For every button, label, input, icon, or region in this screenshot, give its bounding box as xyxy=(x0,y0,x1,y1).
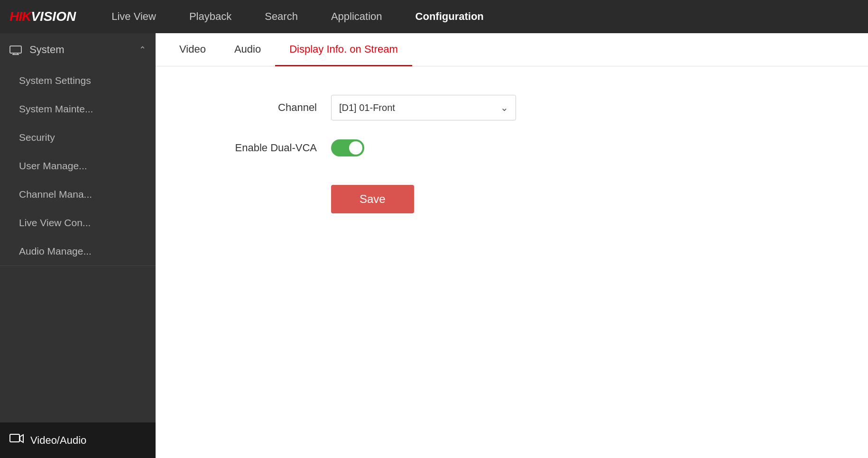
content-area: Video Audio Display Info. on Stream Chan… xyxy=(156,33,868,458)
chevron-up-icon: ⌃ xyxy=(139,45,146,55)
dual-vca-toggle[interactable] xyxy=(331,139,364,156)
top-navigation: HIKVISION Live View Playback Search Appl… xyxy=(0,0,868,33)
sidebar-item-channel-management[interactable]: Channel Mana... xyxy=(0,180,156,209)
nav-playback[interactable]: Playback xyxy=(173,0,248,33)
logo: HIKVISION xyxy=(9,9,76,24)
sidebar-item-system-maintenance[interactable]: System Mainte... xyxy=(0,95,156,123)
channel-select-wrapper: [D1] 01-Front [D2] 02-Rear [D3] 03-Left … xyxy=(331,95,516,120)
nav-search[interactable]: Search xyxy=(248,0,314,33)
svg-rect-4 xyxy=(10,434,19,442)
tab-display-info[interactable]: Display Info. on Stream xyxy=(275,33,412,66)
sidebar-content: System ⌃ System Settings System Mainte..… xyxy=(0,33,156,304)
sidebar-section-system: System ⌃ System Settings System Mainte..… xyxy=(0,33,156,266)
dual-vca-row: Enable Dual-VCA xyxy=(194,139,830,156)
toggle-track xyxy=(331,139,364,156)
sidebar-bottom-item-label: Video/Audio xyxy=(30,434,86,447)
logo-vision: VISION xyxy=(31,9,76,24)
nav-live-view[interactable]: Live View xyxy=(95,0,173,33)
sidebar-system-header[interactable]: System ⌃ xyxy=(0,33,156,66)
channel-select[interactable]: [D1] 01-Front [D2] 02-Rear [D3] 03-Left … xyxy=(331,95,516,120)
save-row: Save xyxy=(194,175,830,213)
tab-video[interactable]: Video xyxy=(165,33,220,66)
nav-links: Live View Playback Search Application Co… xyxy=(95,0,859,33)
monitor-icon xyxy=(9,46,22,55)
toggle-thumb xyxy=(349,141,362,155)
logo-hik: HIK xyxy=(9,9,31,24)
sidebar-item-video-audio[interactable]: Video/Audio xyxy=(0,422,156,458)
sidebar-item-security[interactable]: Security xyxy=(0,123,156,152)
main-layout: System ⌃ System Settings System Mainte..… xyxy=(0,33,868,458)
video-audio-icon xyxy=(9,433,24,448)
svg-rect-0 xyxy=(10,46,21,53)
sidebar-system-label: System xyxy=(29,44,64,55)
sidebar-item-system-settings[interactable]: System Settings xyxy=(0,66,156,95)
nav-application[interactable]: Application xyxy=(314,0,399,33)
nav-configuration[interactable]: Configuration xyxy=(399,0,500,33)
sidebar: System ⌃ System Settings System Mainte..… xyxy=(0,33,156,458)
form-content: Channel [D1] 01-Front [D2] 02-Rear [D3] … xyxy=(156,66,868,458)
sidebar-item-live-view-config[interactable]: Live View Con... xyxy=(0,209,156,237)
tabs-bar: Video Audio Display Info. on Stream xyxy=(156,33,868,66)
svg-marker-5 xyxy=(20,435,23,442)
sidebar-item-user-management[interactable]: User Manage... xyxy=(0,152,156,180)
dual-vca-label: Enable Dual-VCA xyxy=(194,142,317,154)
save-button[interactable]: Save xyxy=(331,185,414,213)
sidebar-item-audio-management[interactable]: Audio Manage... xyxy=(0,237,156,266)
channel-row: Channel [D1] 01-Front [D2] 02-Rear [D3] … xyxy=(194,95,830,120)
channel-label: Channel xyxy=(194,101,317,114)
tab-audio[interactable]: Audio xyxy=(220,33,275,66)
